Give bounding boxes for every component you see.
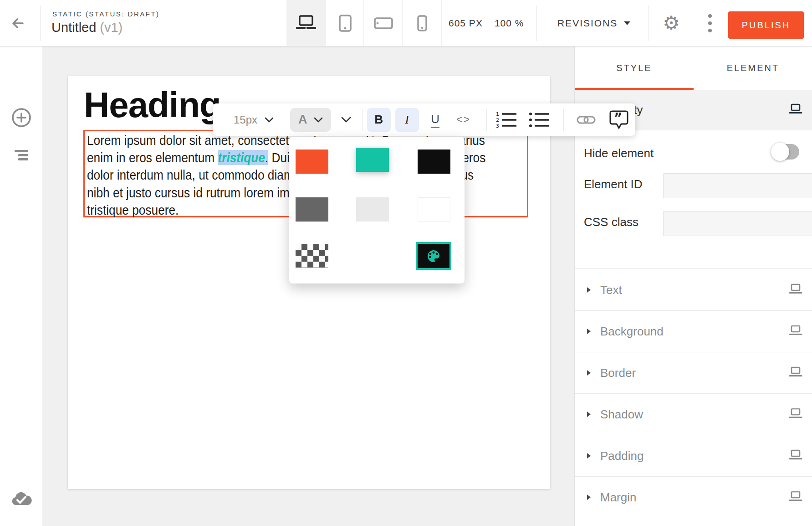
document-title: Untitled(v1) [51, 20, 123, 35]
device-scope-icon [789, 284, 802, 294]
cloud-check-icon [10, 491, 32, 507]
more-menu-button[interactable] [703, 0, 717, 46]
divider [486, 109, 487, 131]
canvas-heading[interactable]: Heading [84, 84, 221, 126]
font-size-dropdown[interactable]: 15px [234, 113, 274, 126]
outline-button[interactable] [0, 149, 42, 161]
back-arrow-icon [9, 14, 28, 33]
rich-text-toolbar: 15px A B I U <> 1 2 3 [213, 103, 635, 136]
link-icon [577, 114, 596, 126]
chevron-right-icon [587, 287, 591, 293]
laptop-icon [295, 15, 317, 32]
preview-phone-button[interactable] [402, 0, 442, 46]
caret-down-icon [624, 21, 630, 25]
editor-window: STATIC (STATUS: DRAFT) Untitled(v1) [0, 0, 812, 526]
swatch-light-gray[interactable] [356, 197, 389, 222]
hide-element-toggle[interactable] [772, 144, 799, 160]
gear-icon: ⚙ [663, 12, 680, 34]
swatch-transparent[interactable] [296, 244, 328, 268]
swatch-teal[interactable] [356, 148, 389, 172]
preview-tablet-button[interactable] [326, 0, 364, 46]
chevron-down-icon [265, 117, 274, 123]
title-version: (v1) [100, 20, 123, 35]
text-color-label: A [298, 113, 307, 127]
bullet-list-icon [528, 112, 550, 128]
highlight-color-dropdown[interactable] [341, 117, 351, 123]
link-button[interactable] [573, 108, 599, 132]
tablet-portrait-icon [339, 15, 352, 32]
device-scope-icon [789, 103, 802, 114]
divider [649, 5, 649, 41]
quote-icon: ” [608, 109, 629, 130]
preview-tablet-landscape-button[interactable] [363, 0, 403, 46]
svg-text:”: ” [614, 110, 622, 125]
text-color-button[interactable]: A [290, 108, 331, 132]
plus-circle-icon [11, 107, 32, 128]
quote-button[interactable]: ” [606, 108, 632, 132]
chevron-down-icon [314, 117, 323, 123]
tab-element[interactable]: ELEMENT [694, 46, 812, 90]
italic-button[interactable]: I [395, 108, 419, 132]
swatch-custom-color[interactable] [416, 242, 451, 270]
section-margin[interactable]: Margin [575, 476, 812, 518]
selected-word: tristique [218, 150, 265, 165]
section-shadow[interactable]: Shadow [575, 393, 812, 435]
underline-button[interactable]: U [424, 108, 447, 132]
document-status: STATIC (STATUS: DRAFT) [52, 10, 160, 18]
svg-text:1: 1 [496, 112, 499, 117]
viewport-measure: 605 PX 100 % [449, 0, 524, 46]
toggle-knob [771, 143, 789, 161]
tablet-landscape-icon [374, 17, 393, 29]
divider [563, 109, 564, 131]
color-picker-popup [289, 137, 465, 284]
revisions-label: REVISIONS [557, 18, 618, 29]
swatch-black[interactable] [418, 150, 450, 174]
divider [362, 109, 363, 131]
swatch-orange[interactable] [296, 150, 328, 174]
title-text: Untitled [51, 20, 96, 35]
save-status-indicator [0, 491, 42, 507]
kebab-menu-icon [708, 14, 712, 18]
divider [40, 5, 41, 41]
bullet-list-button[interactable] [526, 108, 552, 132]
section-border[interactable]: Border [575, 352, 812, 394]
publish-button[interactable]: PUBLISH [728, 11, 804, 39]
svg-text:3: 3 [496, 123, 499, 128]
device-scope-icon [789, 449, 802, 460]
outline-list-icon [14, 149, 29, 161]
divider [536, 5, 537, 41]
tab-style[interactable]: STYLE [575, 46, 694, 90]
phone-icon [417, 15, 427, 31]
code-button[interactable]: <> [452, 108, 475, 132]
chevron-right-icon [587, 412, 591, 417]
section-text[interactable]: Text [575, 269, 812, 311]
chevron-right-icon [587, 329, 591, 334]
device-scope-icon [789, 325, 802, 336]
swatch-dark-gray[interactable] [296, 197, 328, 222]
panel-tabs: STYLE ELEMENT [575, 46, 812, 90]
svg-text:2: 2 [496, 117, 499, 123]
back-button[interactable] [9, 14, 28, 33]
css-class-input[interactable] [663, 211, 812, 236]
section-padding[interactable]: Padding [575, 435, 812, 477]
add-element-button[interactable] [0, 107, 42, 128]
swatch-white[interactable] [418, 197, 450, 222]
device-scope-icon [789, 491, 802, 502]
element-id-input[interactable] [663, 173, 812, 198]
section-background[interactable]: Background [575, 310, 812, 352]
hide-element-label: Hide element [584, 146, 654, 160]
bold-button[interactable]: B [367, 108, 391, 132]
ordered-list-button[interactable]: 1 2 3 [493, 108, 520, 132]
top-bar: STATIC (STATUS: DRAFT) Untitled(v1) [0, 0, 812, 46]
viewport-width: 605 PX [449, 18, 483, 29]
chevron-down-icon [341, 117, 351, 123]
preview-desktop-button[interactable] [286, 0, 326, 46]
chevron-right-icon [587, 495, 591, 500]
viewport-zoom: 100 % [495, 18, 524, 29]
revisions-dropdown[interactable]: REVISIONS [557, 0, 630, 46]
ordered-list-icon: 1 2 3 [495, 112, 517, 128]
left-rail [0, 46, 42, 526]
font-size-value: 15px [234, 113, 257, 126]
device-scope-icon [789, 408, 802, 419]
settings-button[interactable]: ⚙ [660, 0, 683, 46]
